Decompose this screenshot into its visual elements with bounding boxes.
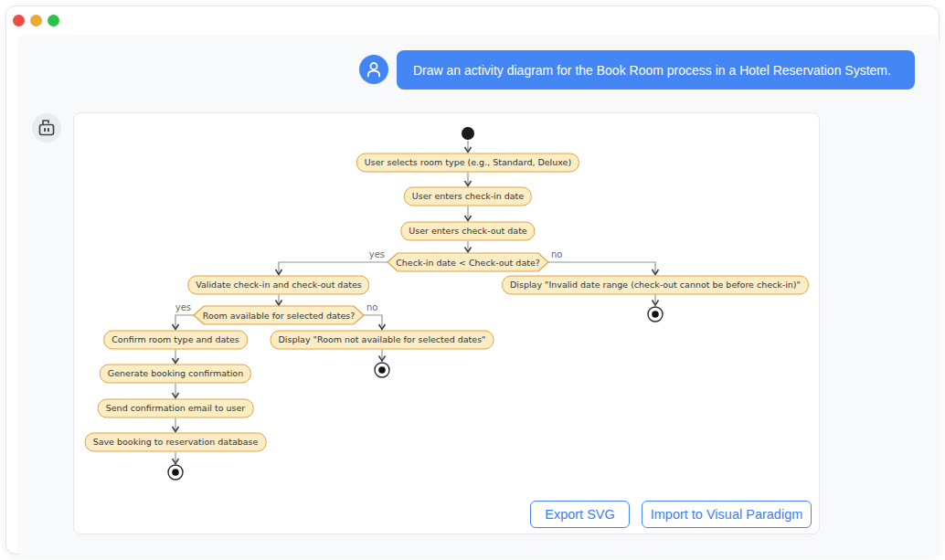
- end-node-room-unavailable: [375, 363, 389, 377]
- edge-label-yes-1: yes: [369, 249, 385, 259]
- assistant-avatar: [32, 113, 61, 143]
- activity-diagram-canvas: [74, 113, 821, 535]
- activity-confirm-room[interactable]: Confirm room type and dates: [103, 331, 248, 350]
- end-node-booking-saved: [168, 465, 183, 480]
- activity-enter-checkin[interactable]: User enters check-in date: [404, 187, 532, 206]
- decision-date-order[interactable]: Check-in date < Check-out date?: [396, 258, 540, 268]
- end-node-invalid-date: [648, 307, 663, 322]
- export-svg-button[interactable]: Export SVG: [530, 501, 630, 528]
- activity-display-not-available[interactable]: Display "Room not available for selected…: [271, 331, 494, 350]
- start-node: [462, 127, 474, 140]
- window-minimize-button[interactable]: [30, 15, 42, 26]
- activity-enter-checkout[interactable]: User enters check-out date: [400, 222, 535, 241]
- user-message-text: Draw an activity diagram for the Book Ro…: [413, 63, 891, 78]
- activity-select-room-type[interactable]: User selects room type (e.g., Standard, …: [356, 153, 579, 173]
- edge-label-yes-2: yes: [175, 302, 191, 312]
- activity-display-invalid-range[interactable]: Display "Invalid date range (check-out c…: [502, 276, 809, 295]
- app-screenshot: Draw an activity diagram for the Book Ro…: [0, 0, 945, 560]
- activity-generate-confirmation[interactable]: Generate booking confirmation: [100, 365, 251, 384]
- window-maximize-button[interactable]: [48, 15, 59, 26]
- person-icon: [359, 55, 388, 84]
- activity-validate-dates[interactable]: Validate check-in and check-out dates: [187, 276, 369, 295]
- activity-save-booking[interactable]: Save booking to reservation database: [85, 433, 267, 452]
- decision-room-available[interactable]: Room available for selected dates?: [203, 311, 356, 321]
- edge-label-no-1: no: [551, 249, 562, 259]
- user-avatar: [359, 55, 388, 84]
- import-visual-paradigm-button[interactable]: Import to Visual Paradigm: [642, 501, 812, 528]
- window-close-button[interactable]: [13, 15, 25, 26]
- robot-icon: [32, 113, 61, 143]
- diagram-card: User selects room type (e.g., Standard, …: [73, 112, 820, 534]
- edge-label-no-2: no: [366, 302, 377, 312]
- activity-send-email[interactable]: Send confirmation email to user: [98, 399, 254, 418]
- user-message-bubble: Draw an activity diagram for the Book Ro…: [397, 50, 915, 90]
